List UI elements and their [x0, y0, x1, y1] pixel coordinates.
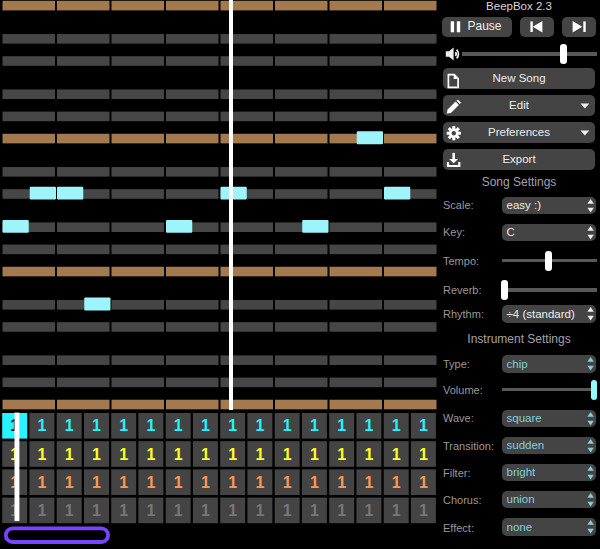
svg-text:1: 1: [255, 502, 264, 519]
svg-text:1: 1: [201, 446, 210, 463]
svg-text:1: 1: [283, 417, 292, 434]
svg-text:1: 1: [38, 417, 47, 434]
svg-text:1: 1: [419, 417, 428, 434]
svg-text:1: 1: [255, 446, 264, 463]
svg-text:1: 1: [364, 474, 373, 491]
svg-text:1: 1: [392, 502, 401, 519]
svg-text:1: 1: [201, 474, 210, 491]
svg-text:1: 1: [119, 474, 128, 491]
svg-text:1: 1: [228, 474, 237, 491]
svg-text:1: 1: [65, 446, 74, 463]
svg-text:1: 1: [174, 417, 183, 434]
svg-text:1: 1: [310, 502, 319, 519]
svg-text:1: 1: [255, 417, 264, 434]
svg-text:1: 1: [337, 417, 346, 434]
svg-text:1: 1: [228, 417, 237, 434]
svg-text:1: 1: [310, 417, 319, 434]
svg-text:1: 1: [92, 417, 101, 434]
svg-text:1: 1: [92, 446, 101, 463]
svg-text:1: 1: [310, 474, 319, 491]
svg-text:1: 1: [174, 446, 183, 463]
svg-text:1: 1: [119, 502, 128, 519]
svg-text:1: 1: [38, 474, 47, 491]
svg-text:1: 1: [337, 474, 346, 491]
svg-text:1: 1: [419, 474, 428, 491]
svg-text:1: 1: [65, 502, 74, 519]
svg-text:1: 1: [146, 446, 155, 463]
svg-text:1: 1: [174, 474, 183, 491]
svg-text:1: 1: [255, 474, 264, 491]
svg-text:1: 1: [228, 446, 237, 463]
svg-text:1: 1: [364, 417, 373, 434]
svg-text:1: 1: [119, 417, 128, 434]
svg-text:1: 1: [146, 474, 155, 491]
svg-text:1: 1: [392, 446, 401, 463]
svg-text:1: 1: [38, 502, 47, 519]
svg-text:1: 1: [65, 474, 74, 491]
svg-text:1: 1: [392, 417, 401, 434]
svg-text:1: 1: [119, 446, 128, 463]
svg-text:1: 1: [310, 446, 319, 463]
svg-text:1: 1: [283, 446, 292, 463]
svg-text:1: 1: [201, 502, 210, 519]
svg-text:1: 1: [283, 474, 292, 491]
svg-text:1: 1: [337, 502, 346, 519]
svg-text:1: 1: [174, 502, 183, 519]
svg-text:1: 1: [228, 502, 237, 519]
svg-text:1: 1: [38, 446, 47, 463]
svg-text:1: 1: [364, 446, 373, 463]
svg-text:1: 1: [419, 502, 428, 519]
svg-text:1: 1: [283, 502, 292, 519]
svg-text:1: 1: [65, 417, 74, 434]
svg-text:1: 1: [92, 502, 101, 519]
svg-text:1: 1: [419, 446, 428, 463]
svg-text:1: 1: [337, 446, 346, 463]
svg-text:1: 1: [92, 474, 101, 491]
svg-text:1: 1: [201, 417, 210, 434]
svg-text:1: 1: [146, 417, 155, 434]
svg-text:1: 1: [146, 502, 155, 519]
svg-text:1: 1: [392, 474, 401, 491]
svg-text:1: 1: [364, 502, 373, 519]
